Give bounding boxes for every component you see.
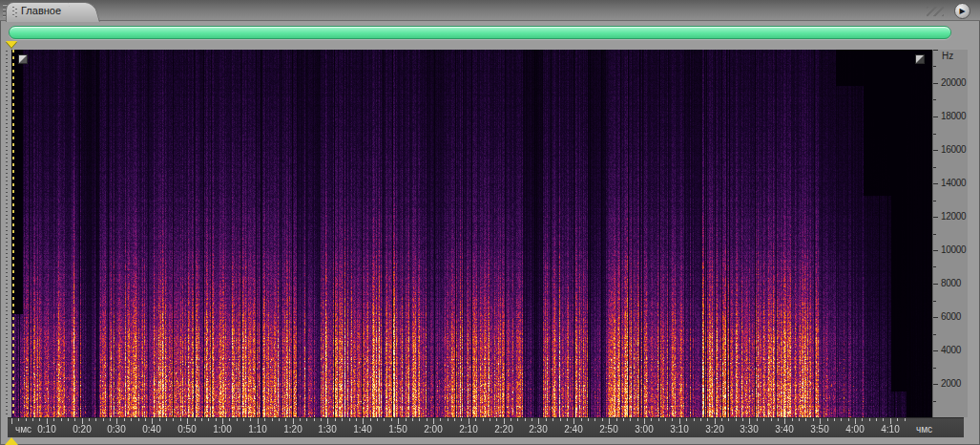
time-minor-tick — [89, 418, 90, 421]
corner-resize-button-left[interactable] — [18, 54, 28, 64]
time-minor-tick — [588, 418, 589, 421]
time-minor-tick — [707, 418, 708, 421]
left-edge-ticks — [6, 51, 8, 417]
playhead-marker-bottom-icon[interactable] — [5, 437, 18, 445]
time-minor-tick — [440, 418, 441, 421]
freq-major-tick — [933, 150, 938, 151]
time-minor-tick — [525, 418, 526, 421]
time-minor-tick — [665, 418, 666, 421]
freq-minor-tick — [933, 50, 938, 51]
freq-minor-tick — [933, 66, 936, 67]
time-major-tick — [11, 418, 12, 424]
time-minor-tick — [897, 418, 898, 421]
time-minor-tick — [630, 418, 631, 421]
time-minor-tick — [103, 418, 104, 421]
spectral-view-panel: Главное ▶ Hz 200001800016000140001200010… — [0, 0, 980, 445]
time-minor-tick — [180, 418, 181, 421]
time-minor-tick — [349, 418, 350, 421]
time-minor-tick — [728, 418, 729, 421]
freq-minor-tick — [933, 201, 936, 201]
time-minor-tick — [602, 418, 603, 421]
freq-tick-label: 16000 — [941, 144, 966, 155]
time-minor-tick — [95, 418, 96, 421]
time-minor-tick — [68, 418, 69, 421]
freq-tick-label: 14000 — [941, 178, 966, 188]
freq-major-tick — [933, 384, 938, 385]
time-minor-tick — [145, 418, 146, 421]
time-minor-tick — [321, 418, 322, 421]
time-minor-tick — [427, 418, 427, 421]
time-minor-tick — [546, 418, 547, 421]
time-minor-tick — [335, 418, 336, 421]
corner-resize-button-right[interactable] — [915, 54, 925, 64]
time-minor-tick — [306, 418, 307, 421]
freq-major-tick — [933, 117, 938, 117]
time-minor-tick — [799, 418, 800, 421]
overview-scrollbar[interactable] — [9, 26, 951, 39]
time-minor-tick — [300, 418, 301, 421]
time-minor-tick — [594, 418, 595, 421]
time-minor-tick — [243, 418, 244, 421]
time-minor-tick — [778, 418, 779, 421]
time-minor-tick — [53, 418, 54, 421]
time-minor-tick — [616, 418, 617, 421]
time-minor-tick — [496, 418, 497, 421]
time-minor-tick — [285, 418, 286, 421]
time-minor-tick — [39, 418, 40, 421]
time-minor-tick — [406, 418, 407, 421]
time-ruler[interactable]: чмс чмс 0:100:200:300:400:501:001:101:20… — [8, 417, 964, 437]
freq-minor-tick — [933, 167, 936, 168]
time-minor-tick — [74, 418, 75, 421]
time-minor-tick — [736, 418, 737, 421]
time-minor-tick — [412, 418, 413, 421]
time-minor-tick — [229, 418, 230, 421]
time-minor-tick — [651, 418, 652, 421]
time-minor-tick — [124, 418, 125, 421]
time-minor-tick — [623, 418, 624, 421]
time-minor-tick — [356, 418, 357, 421]
time-minor-tick — [827, 418, 828, 421]
time-minor-tick — [581, 418, 582, 421]
time-minor-tick — [110, 418, 111, 421]
time-minor-tick — [237, 418, 238, 421]
panel-menu-button[interactable]: ▶ — [954, 3, 970, 19]
time-minor-tick — [742, 418, 743, 421]
spectrogram-canvas[interactable] — [11, 50, 932, 417]
playhead-marker-top-icon[interactable] — [6, 41, 17, 48]
time-minor-tick — [672, 418, 673, 421]
time-minor-tick — [391, 418, 392, 421]
time-minor-tick — [483, 418, 484, 421]
tab-label: Главное — [21, 5, 61, 16]
time-minor-tick — [173, 418, 174, 421]
time-minor-tick — [686, 418, 687, 421]
freq-tick-label: 2000 — [941, 378, 961, 389]
tab-grip-icon — [12, 7, 17, 17]
time-minor-tick — [721, 418, 722, 421]
freq-major-tick — [933, 250, 938, 251]
freq-minor-tick — [933, 266, 936, 267]
freq-tick-label: 20000 — [941, 77, 966, 88]
time-minor-tick — [834, 418, 835, 421]
time-minor-tick — [32, 418, 33, 421]
time-minor-tick — [883, 418, 884, 421]
time-minor-tick — [166, 418, 167, 421]
freq-minor-tick — [933, 134, 936, 135]
time-minor-tick — [700, 418, 701, 421]
freq-major-tick — [933, 350, 938, 351]
time-minor-tick — [792, 418, 793, 421]
time-minor-tick — [18, 418, 19, 421]
time-minor-tick — [201, 418, 202, 421]
playhead-line — [12, 50, 14, 417]
time-minor-tick — [841, 418, 842, 421]
time-minor-tick — [560, 418, 561, 421]
tab-background-slant — [68, 2, 100, 22]
tab-main[interactable]: Главное — [6, 2, 101, 21]
time-minor-tick — [272, 418, 273, 421]
freq-major-tick — [933, 317, 938, 318]
time-minor-tick — [279, 418, 280, 421]
time-minor-tick — [490, 418, 490, 421]
frequency-ruler[interactable]: Hz 2000018000160001400012000100008000600… — [932, 50, 968, 417]
freq-minor-tick — [933, 301, 936, 302]
freq-tick-label: 18000 — [941, 111, 966, 121]
time-minor-tick — [475, 418, 476, 421]
